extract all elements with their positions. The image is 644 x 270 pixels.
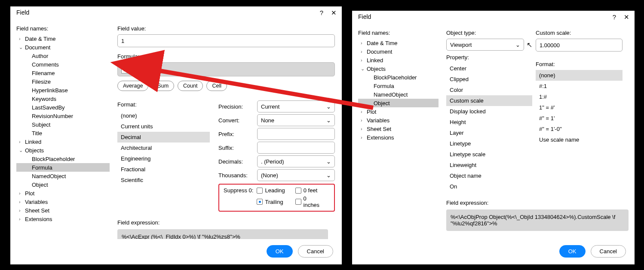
convert-select[interactable]: None⌄ — [257, 114, 335, 126]
field-expression-box: %<\AcExpr (%<\_FldIdx 0>%) \f "%lu2%zs8"… — [117, 229, 328, 239]
field-dialog-right: Field ? ✕ Field names: ›Date & Time›Docu… — [352, 10, 635, 265]
close-icon[interactable]: ✕ — [331, 9, 337, 16]
ok-button[interactable]: OK — [559, 245, 586, 258]
tree-item[interactable]: ›Plot — [16, 189, 110, 197]
list-item[interactable]: Architectural — [117, 143, 210, 153]
formula-function-button[interactable]: Count — [178, 81, 203, 91]
chevron-down-icon: ⌄ — [326, 158, 331, 165]
list-item[interactable]: 1" = #' — [536, 102, 623, 113]
tree-item[interactable]: ›Extensions — [358, 133, 439, 142]
tree-item[interactable]: ›Variables — [16, 197, 110, 206]
tree-item[interactable]: ›Linked — [358, 56, 439, 64]
list-item[interactable]: Center — [446, 63, 532, 74]
ok-button[interactable]: OK — [267, 245, 293, 258]
close-icon[interactable]: ✕ — [624, 14, 629, 20]
tree-item[interactable]: Formula — [16, 163, 110, 172]
expand-icon: › — [19, 216, 25, 221]
tree-item[interactable]: Comments — [16, 60, 110, 69]
tree-item[interactable]: Subject — [16, 120, 110, 129]
suppress-checkbox[interactable]: Trailing — [257, 195, 285, 208]
list-item[interactable]: Lineweight — [446, 160, 532, 170]
tree-item[interactable]: NamedObject — [16, 172, 110, 180]
formula-box[interactable]: 1.00000 — [117, 62, 335, 76]
tree-item[interactable]: ⌄Objects — [358, 64, 439, 73]
tree-item-label: BlockPlaceholder — [374, 74, 417, 81]
property-list[interactable]: CenterClippedColorCustom scaleDisplay lo… — [446, 63, 532, 192]
chevron-down-icon: ⌄ — [326, 172, 331, 179]
help-icon[interactable]: ? — [320, 9, 323, 16]
list-item[interactable]: Fractional — [117, 164, 210, 175]
list-item[interactable]: Linetype — [446, 138, 532, 149]
tree-item[interactable]: ⌄Document — [16, 43, 110, 52]
tree-item[interactable]: ›Date & Time — [358, 39, 439, 47]
list-item[interactable]: Current units — [117, 121, 210, 132]
list-item[interactable]: Layer — [446, 127, 532, 138]
list-item[interactable]: (none) — [536, 70, 623, 81]
tree-item[interactable]: HyperlinkBase — [16, 86, 110, 94]
tree-item[interactable]: BlockPlaceholder — [358, 73, 439, 82]
tree-item[interactable]: LastSavedBy — [16, 103, 110, 112]
tree-item[interactable]: RevisionNumber — [16, 112, 110, 120]
tree-item[interactable]: BlockPlaceholder — [16, 155, 110, 163]
list-item[interactable]: Custom scale — [446, 95, 532, 106]
tree-item[interactable]: ›Sheet Set — [16, 206, 110, 215]
list-item[interactable]: Engineering — [117, 153, 210, 164]
tree-item-label: Sheet Set — [367, 126, 391, 132]
list-item[interactable]: #:1 — [536, 81, 623, 91]
list-item[interactable]: Color — [446, 85, 532, 95]
thousands-select[interactable]: (None)⌄ — [257, 169, 335, 181]
tree-item[interactable]: ›Document — [358, 47, 439, 56]
suppress-checkbox[interactable]: 0 inches — [295, 195, 324, 208]
tree-item[interactable]: NamedObject — [358, 90, 439, 99]
tree-item[interactable]: Filesize — [16, 77, 110, 86]
help-icon[interactable]: ? — [613, 14, 616, 20]
formula-function-button[interactable]: Sum — [152, 81, 174, 91]
tree-item[interactable]: ›Date & Time — [16, 34, 110, 43]
checkbox-icon — [257, 188, 263, 194]
tree-item[interactable]: Filename — [16, 69, 110, 77]
tree-item[interactable]: Title — [16, 129, 110, 137]
tree-item[interactable]: ›Variables — [358, 116, 439, 124]
tree-item[interactable]: ⌄Objects — [16, 146, 110, 155]
cancel-button[interactable]: Cancel — [298, 245, 333, 258]
list-item[interactable]: Height — [446, 117, 532, 127]
suppress-checkbox[interactable]: 0 feet — [295, 187, 324, 194]
precision-select[interactable]: Current⌄ — [257, 100, 335, 112]
list-item[interactable]: Object name — [446, 170, 532, 181]
format-list[interactable]: (none)#:11:#1" = #'#" = 1'#" = 1'-0"Use … — [536, 70, 623, 145]
list-item[interactable]: #" = 1'-0" — [536, 124, 623, 134]
suffix-input[interactable] — [257, 142, 335, 154]
formula-function-button[interactable]: Average — [117, 81, 148, 91]
list-item[interactable]: (none) — [117, 110, 210, 121]
cancel-button[interactable]: Cancel — [591, 245, 626, 258]
list-item[interactable]: Linetype scale — [446, 149, 532, 160]
expand-icon: ⌄ — [19, 45, 25, 50]
object-type-select[interactable]: Viewport⌄ — [446, 39, 524, 51]
list-item[interactable]: Clipped — [446, 74, 532, 85]
format-list[interactable]: (none)Current unitsDecimalArchitecturalE… — [117, 110, 210, 185]
suppress-checkbox[interactable]: Leading — [257, 187, 285, 194]
custom-scale-input[interactable] — [536, 39, 623, 52]
tree-item[interactable]: Author — [16, 52, 110, 60]
prefix-input[interactable] — [257, 128, 335, 140]
formula-function-button[interactable]: Cell — [206, 81, 227, 91]
tree-item[interactable]: ›Sheet Set — [358, 124, 439, 133]
list-item[interactable]: Scientific — [117, 175, 210, 185]
field-names-label: Field names: — [358, 30, 439, 36]
list-item[interactable]: #" = 1' — [536, 113, 623, 124]
tree-item[interactable]: ›Extensions — [16, 215, 110, 223]
tree-item[interactable]: Formula — [358, 82, 439, 90]
list-item[interactable]: On — [446, 181, 532, 192]
tree-item[interactable]: ›Linked — [16, 137, 110, 146]
list-item[interactable]: Use scale name — [536, 134, 623, 145]
tree-item[interactable]: Object — [358, 99, 439, 107]
list-item[interactable]: Decimal — [117, 132, 210, 143]
tree-item[interactable]: ›Plot — [358, 107, 439, 116]
field-value-input[interactable] — [117, 34, 335, 47]
tree-item[interactable]: Keywords — [16, 94, 110, 103]
list-item[interactable]: Display locked — [446, 106, 532, 117]
pick-object-icon[interactable]: ↖ — [527, 41, 532, 49]
decimals-select[interactable]: . (Period)⌄ — [257, 155, 335, 167]
tree-item[interactable]: Object — [16, 180, 110, 189]
list-item[interactable]: 1:# — [536, 91, 623, 102]
